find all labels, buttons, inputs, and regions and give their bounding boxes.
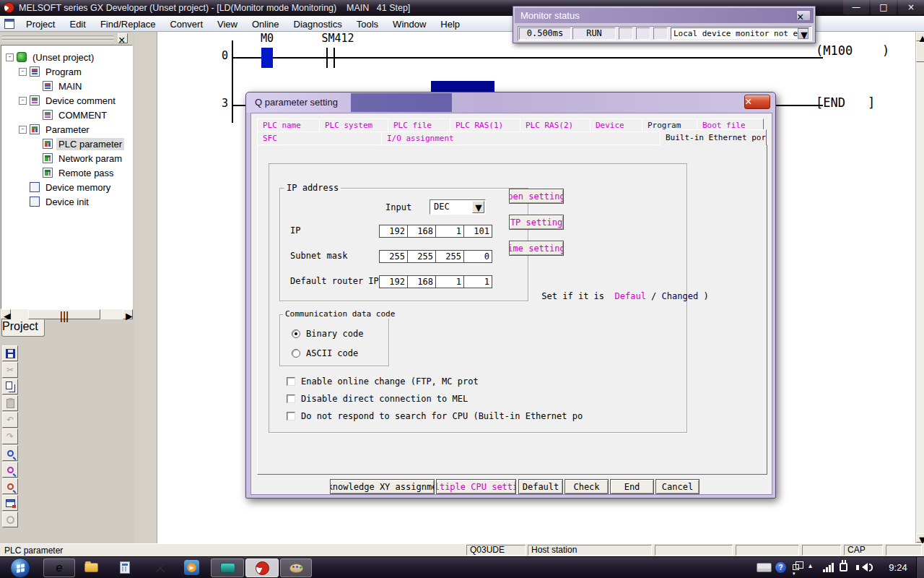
project-panel-tab[interactable]: Project [1,319,45,337]
copy-button[interactable] [2,379,18,394]
taskbar-clock[interactable]: 9:24 [882,557,914,578]
open-settings-button[interactable]: Open settings [509,189,564,204]
menu-online[interactable]: Online [245,19,287,30]
taskbar-tool-button[interactable] [154,562,166,574]
subnet-octet-1[interactable]: 255 [379,250,408,263]
tree-hscrollbar[interactable]: ◄ ||| ► [1,309,133,319]
tree-item-device-comment[interactable]: - Device comment [1,93,132,108]
tab-built-in-ethernet-port[interactable]: Built-in Ethernet port [660,129,767,145]
router-octet-3[interactable]: 1 [435,275,464,288]
tree-expander[interactable]: - [6,53,14,61]
taskbar-media-button[interactable]: ▶ [184,560,199,575]
tree-item-device-memory[interactable]: Device memory [1,180,132,194]
menu-tools[interactable]: Tools [349,19,385,30]
grip-line[interactable] [2,35,113,38]
taskbar-calculator-button[interactable] [120,561,130,574]
transfer-setup-button[interactable] [2,495,18,511]
tab-device[interactable]: Device [590,118,642,132]
tree-expander[interactable]: - [19,126,27,134]
taskbar-explorer-button[interactable] [84,563,98,572]
tree-item-remote-pass[interactable]: Remote pass [1,165,132,180]
save-button[interactable] [2,345,18,361]
ip-octet-3[interactable]: 1 [435,225,464,238]
find-contact-button[interactable] [2,462,18,478]
tree-item-unset-project[interactable]: - (Unset project) [1,50,132,64]
subnet-octet-4[interactable]: 0 [463,250,492,263]
ladder-vscrollbar[interactable]: ▲ ▼ [915,32,924,543]
tray-help-button[interactable]: ? [775,562,786,573]
cut-button[interactable]: ✂ [2,362,18,378]
time-settings-button[interactable]: Time settings [509,241,564,256]
monitor-close-icon[interactable]: × [796,10,811,21]
monitor-titlebar[interactable]: Monitor status × [515,8,814,23]
combobox-dropdown-icon[interactable]: ▼ [472,201,484,213]
combobox-dropdown-icon[interactable]: ▼ [798,28,808,39]
tree-item-program[interactable]: - Program [1,64,132,79]
ip-octet-4[interactable]: 101 [463,225,492,238]
ip-octet-2[interactable]: 168 [407,225,436,238]
menu-find-replace[interactable]: Find/Replace [93,19,163,30]
tray-expand-button[interactable]: ▴ [808,561,812,569]
tree-item-parameter[interactable]: - Parameter [1,122,132,137]
menu-window[interactable]: Window [385,19,433,30]
tree-item-comment[interactable]: COMMENT [1,108,132,122]
disable-direct-connection-checkbox[interactable] [287,394,295,403]
start-button[interactable] [10,558,30,578]
monitor-mode-combobox[interactable]: Local device monitor not execu ▼ [671,27,809,40]
input-format-combobox[interactable]: DEC ▼ [430,199,486,215]
tab-plc-ras1[interactable]: PLC RAS(1) [450,118,520,132]
menu-help[interactable]: Help [433,19,467,30]
tree-item-plc-parameter[interactable]: PLC parameter [1,137,132,151]
tab-plc-file[interactable]: PLC file [388,118,450,132]
tree-item-main[interactable]: MAIN [1,79,132,93]
find-coil-button[interactable] [2,478,18,494]
tab-plc-system[interactable]: PLC system [319,118,388,132]
scroll-thumb[interactable] [916,42,924,62]
monitor-stop-button[interactable] [2,512,18,527]
scroll-left-icon[interactable]: ◄ [1,309,11,319]
volume-button[interactable] [856,563,873,571]
redo-button[interactable]: ↷ [2,428,18,444]
router-octet-2[interactable]: 168 [407,275,436,288]
ip-octet-1[interactable]: 192 [379,225,408,238]
end-button[interactable]: End [610,479,654,494]
taskbar-ie-button[interactable]: e [43,558,75,577]
power-plug-button[interactable] [840,560,847,571]
tab-plc-name[interactable]: PLC name [257,118,320,132]
tree-expander[interactable]: - [19,68,27,76]
undo-button[interactable]: ↶ [2,412,18,428]
dialog-titlebar[interactable]: Q parameter setting × [246,92,775,113]
tab-io-assignment[interactable]: I/O assignment [381,131,661,145]
scroll-right-icon[interactable]: ► [123,309,133,319]
acknowledge-xy-assignment-button[interactable]: Acknowledge XY assignment [330,479,435,494]
toolbar-close-icon[interactable]: × [118,33,128,43]
find-device-button[interactable] [2,445,18,461]
do-not-respond-search-checkbox[interactable] [287,412,295,420]
show-desktop-button[interactable] [916,557,924,578]
taskbar-gx-developer-button[interactable] [245,558,279,577]
tab-sfc[interactable]: SFC [257,131,382,145]
menu-project[interactable]: Project [19,19,62,30]
menu-convert[interactable]: Convert [162,19,210,30]
multiple-cpu-setting-button[interactable]: Multiple CPU setting [436,479,516,494]
menu-diagnostics[interactable]: Diagnostics [287,19,349,30]
restore-button[interactable]: □ [871,0,897,14]
network-signal-icon[interactable] [823,563,834,572]
tray-keyboard-button[interactable] [757,563,772,572]
taskbar-gx-works-button[interactable] [211,558,244,577]
tab-plc-ras2[interactable]: PLC RAS(2) [520,118,590,132]
dialog-close-icon[interactable]: × [744,95,770,109]
router-octet-1[interactable]: 192 [379,275,408,288]
cancel-button[interactable]: Cancel [655,479,699,494]
tree-item-network-param[interactable]: Network param [1,151,132,165]
default-button[interactable]: Default [518,479,563,494]
scroll-thumb[interactable]: ||| [28,309,100,319]
ascii-code-radio[interactable] [292,349,300,358]
scroll-up-icon[interactable]: ▲ [916,32,924,41]
subnet-octet-3[interactable]: 255 [435,250,464,263]
binary-code-radio[interactable] [292,329,300,338]
grip-line[interactable] [2,39,113,41]
tree-expander[interactable]: - [19,97,27,105]
enable-online-change-checkbox[interactable] [287,377,295,386]
close-button[interactable]: × [898,0,924,14]
